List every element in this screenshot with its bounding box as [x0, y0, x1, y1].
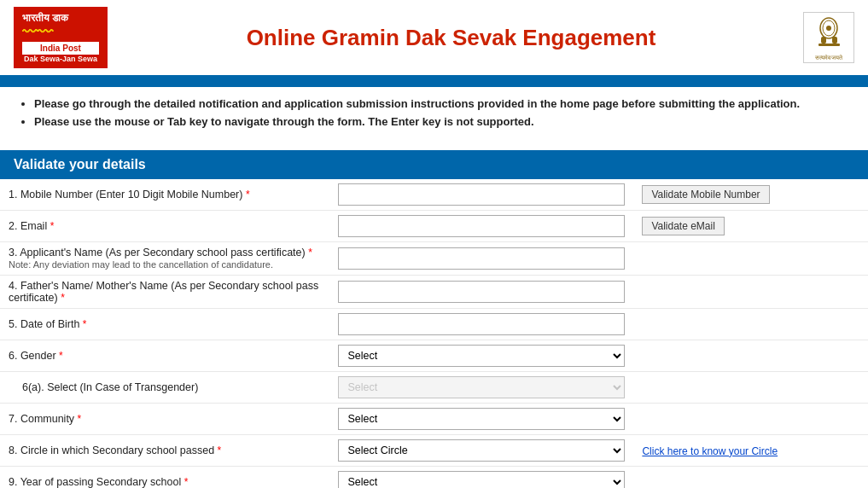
instruction-text-1: Please go through the detailed notificat… [34, 97, 800, 110]
field-action-cell-email: Validate eMail [633, 211, 868, 242]
table-row: 7. Community * Select General OBC SC ST [0, 404, 868, 435]
field-input-cell-mobile [329, 179, 633, 211]
logo-brand-name: India Post [22, 42, 99, 55]
required-marker: * [83, 318, 87, 330]
field-label-email: 2. Email * [0, 211, 329, 242]
ashoka-emblem-container: सत्यमेव जयते [795, 12, 854, 63]
parent-name-input[interactable] [338, 281, 625, 303]
circle-select[interactable]: Select Circle [338, 439, 625, 462]
instruction-text-2: Please use the mouse or Tab key to navig… [34, 115, 534, 128]
field-label-year: 9. Year of passing Secondary school * [0, 467, 329, 489]
field-label-mobile: 1. Mobile Number (Enter 10 Digit Mobile … [0, 179, 329, 211]
field-input-cell-name [329, 242, 633, 276]
required-marker: * [78, 413, 82, 425]
svg-rect-3 [821, 37, 826, 44]
form-table: 1. Mobile Number (Enter 10 Digit Mobile … [0, 179, 868, 488]
field-label-circle: 8. Circle in which Secondary school pass… [0, 435, 329, 467]
field-action-cell-circle: Click here to know your Circle [633, 435, 868, 467]
field-label-community: 7. Community * [0, 404, 329, 435]
field-label-gender: 6. Gender * [0, 340, 329, 372]
required-marker: * [61, 292, 65, 304]
field-input-cell-circle: Select Circle [329, 435, 633, 467]
required-marker: * [50, 220, 55, 232]
field-label-parent-name: 4. Father's Name/ Mother's Name (As per … [0, 276, 329, 309]
table-row: 6. Gender * Select Male Female Transgend… [0, 340, 868, 372]
logo-waves: 〰〰 [22, 24, 99, 42]
table-row: 6(a). Select (In Case of Transgender) Se… [0, 372, 868, 404]
field-input-cell-parent-name [329, 276, 633, 309]
instructions-section: Please go through the detailed notificat… [0, 87, 868, 143]
india-post-logo: भारतीय डाक 〰〰 India Post Dak Sewa-Jan Se… [14, 7, 108, 68]
dob-input[interactable] [338, 313, 625, 335]
instructions-list: Please go through the detailed notificat… [34, 97, 851, 128]
svg-rect-4 [832, 37, 837, 44]
table-row: 2. Email * Validate eMail [0, 211, 868, 242]
transgender-select[interactable]: Select [338, 376, 625, 398]
required-marker: * [308, 247, 312, 259]
gender-select[interactable]: Select Male Female Transgender [338, 345, 625, 367]
table-row: 5. Date of Birth * [0, 309, 868, 340]
section-header: Validate your details [0, 150, 868, 179]
know-your-circle-link[interactable]: Click here to know your Circle [642, 445, 778, 457]
table-row: 9. Year of passing Secondary school * Se… [0, 467, 868, 489]
instruction-item-1: Please go through the detailed notificat… [34, 97, 851, 110]
page-title: Online Gramin Dak Sevak Engagement [108, 25, 795, 51]
field-input-cell-year: Select [329, 467, 633, 489]
field-input-cell-gender: Select Male Female Transgender [329, 340, 633, 372]
year-select[interactable]: Select [338, 471, 625, 488]
table-row: 8. Circle in which Secondary school pass… [0, 435, 868, 467]
ashoka-emblem: सत्यमेव जयते [803, 12, 854, 63]
svg-text:सत्यमेव जयते: सत्यमेव जयते [813, 54, 843, 61]
field-input-cell-transgender: Select [329, 372, 633, 404]
validate-email-button[interactable]: Validate eMail [642, 217, 724, 235]
svg-rect-5 [818, 44, 840, 46]
mobile-number-input[interactable] [338, 183, 625, 206]
svg-point-2 [826, 26, 831, 31]
field-input-cell-dob [329, 309, 633, 340]
table-row: 3. Applicant's Name (As per Secondary sc… [0, 242, 868, 276]
table-row: 1. Mobile Number (Enter 10 Digit Mobile … [0, 179, 868, 211]
field-label-transgender: 6(a). Select (In Case of Transgender) [0, 372, 329, 404]
validate-mobile-button[interactable]: Validate Mobile Number [642, 185, 769, 204]
blue-banner [0, 78, 868, 87]
required-marker: * [184, 476, 189, 488]
email-input[interactable] [338, 215, 625, 237]
required-marker: * [59, 350, 63, 362]
name-note: Note: Any deviation may lead to the canc… [9, 259, 273, 270]
table-row: 4. Father's Name/ Mother's Name (As per … [0, 276, 868, 309]
field-input-cell-email [329, 211, 633, 242]
required-marker: * [218, 444, 222, 456]
applicant-name-input[interactable] [338, 247, 625, 270]
field-label-dob: 5. Date of Birth * [0, 309, 329, 340]
field-label-name: 3. Applicant's Name (As per Secondary sc… [0, 242, 329, 276]
field-input-cell-community: Select General OBC SC ST [329, 404, 633, 435]
section-title-text: Validate your details [14, 157, 146, 171]
instruction-item-2: Please use the mouse or Tab key to navig… [34, 115, 851, 128]
field-action-cell-mobile: Validate Mobile Number [633, 179, 868, 211]
community-select[interactable]: Select General OBC SC ST [338, 408, 625, 430]
logo-tagline: Dak Sewa-Jan Sewa [22, 55, 99, 63]
header: भारतीय डाक 〰〰 India Post Dak Sewa-Jan Se… [0, 0, 868, 78]
required-marker: * [246, 189, 250, 200]
logo-hindi-text: भारतीय डाक [22, 12, 99, 24]
